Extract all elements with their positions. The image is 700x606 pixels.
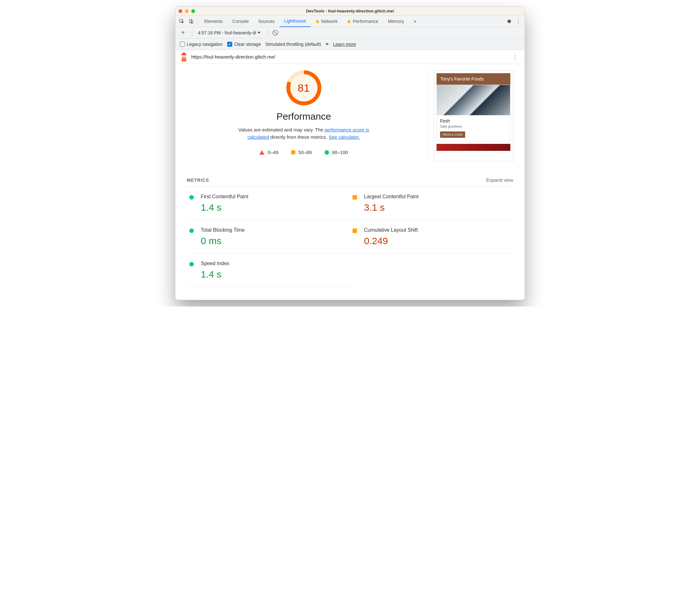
throttling-label: Simulated throttling (default)	[265, 42, 321, 47]
chevron-down-icon	[325, 43, 329, 45]
preview-card-subtitle: Salty goodness	[440, 125, 507, 128]
legend-label: 90–100	[332, 149, 348, 155]
report-menu-icon[interactable]: ⋮	[511, 52, 520, 62]
checkbox-label: Clear storage	[234, 42, 261, 47]
legacy-navigation-checkbox[interactable]: Legacy navigation	[180, 42, 223, 47]
circle-icon	[189, 195, 194, 200]
desc-text: directly from these metrics.	[269, 134, 329, 140]
clear-report-icon[interactable]	[272, 30, 278, 36]
metric-row[interactable]: Total Blocking Time0 ms	[187, 220, 350, 254]
triangle-icon	[259, 150, 264, 155]
tab-performance[interactable]: Performance	[343, 16, 383, 27]
metric-value: 0.249	[364, 235, 418, 246]
lighthouse-logo-icon	[180, 52, 187, 62]
legend-low: 0–49	[259, 149, 278, 155]
tab-label: Network	[321, 19, 338, 24]
tab-label: Memory	[388, 19, 404, 24]
metric-row[interactable]: Speed Index1.4 s	[187, 254, 350, 287]
see-calculator-link[interactable]: See calculator.	[329, 134, 360, 140]
new-report-button[interactable]: +	[178, 28, 187, 37]
metrics-grid: First Contentful Paint1.4 sLargest Conte…	[187, 187, 513, 287]
metric-row[interactable]: Cumulative Layout Shift0.249	[350, 220, 513, 254]
square-icon	[353, 229, 357, 233]
tab-overflow[interactable]	[409, 16, 421, 27]
separator	[192, 30, 192, 36]
score-summary: 81 Performance Values are estimated and …	[187, 70, 427, 161]
tab-label: Console	[232, 19, 248, 24]
tab-label: Lighthouse	[284, 19, 306, 24]
throttling-dropdown[interactable]: Simulated throttling (default)	[265, 42, 329, 47]
score-gauge[interactable]: 81	[286, 70, 321, 106]
expand-view-toggle[interactable]: Expand view	[486, 177, 513, 183]
category-title: Performance	[276, 111, 331, 122]
page-screenshot-preview: Tony's Favorite Foods Fesh Salty goodnes…	[434, 70, 513, 161]
preview-image	[437, 144, 510, 151]
legend-label: 0–49	[268, 149, 278, 155]
metric-value: 1.4 s	[201, 202, 248, 213]
tab-memory[interactable]: Memory	[383, 16, 409, 27]
window-titlebar: DevTools - foul-heavenly-direction.glitc…	[175, 7, 525, 16]
minimize-window-button[interactable]	[185, 9, 189, 13]
metric-value: 3.1 s	[364, 202, 419, 213]
circle-icon	[324, 150, 329, 155]
circle-icon	[189, 262, 194, 266]
settings-gear-icon[interactable]	[504, 17, 513, 26]
tab-lighthouse[interactable]: Lighthouse	[280, 16, 311, 27]
report-url-row: https://foul-heavenly-direction.glitch.m…	[175, 50, 525, 64]
preview-image	[437, 85, 510, 115]
lighthouse-toolbar: + 4:57:16 PM - foul-heavenly-di	[175, 27, 525, 39]
metrics-header: METRICS Expand view	[187, 177, 513, 187]
tab-elements[interactable]: Elements	[200, 16, 227, 27]
tab-label: Performance	[353, 19, 378, 24]
lighthouse-options: Legacy navigation Clear storage Simulate…	[175, 39, 525, 50]
report-url: https://foul-heavenly-direction.glitch.m…	[191, 54, 507, 60]
preview-header: Tony's Favorite Foods	[437, 73, 510, 85]
device-toolbar-icon[interactable]	[187, 17, 196, 26]
lighthouse-report: 81 Performance Values are estimated and …	[175, 64, 525, 300]
checkbox-checked-icon	[227, 42, 232, 47]
metric-value: 1.4 s	[201, 269, 230, 280]
metric-name: Largest Contentful Paint	[364, 194, 419, 200]
preview-card-title: Fesh	[440, 118, 507, 123]
report-dropdown-label: 4:57:16 PM - foul-heavenly-di	[198, 30, 256, 35]
metric-name: Total Blocking Time	[201, 227, 245, 233]
preview-card-button: PROS & CONS	[440, 132, 465, 138]
inspect-element-icon[interactable]	[177, 17, 186, 26]
score-value: 81	[290, 74, 317, 101]
metric-name: Speed Index	[201, 261, 230, 266]
metric-value: 0 ms	[201, 235, 245, 246]
chevron-right-icon	[414, 19, 416, 24]
score-legend: 0–49 50–89 90–100	[259, 149, 348, 155]
metric-name: First Contentful Paint	[201, 194, 248, 200]
kebab-menu-icon[interactable]: ⋮	[514, 17, 523, 26]
report-dropdown[interactable]: 4:57:16 PM - foul-heavenly-di	[197, 30, 263, 35]
tab-label: Sources	[258, 19, 274, 24]
legend-mid: 50–89	[291, 149, 312, 155]
warning-icon	[316, 20, 319, 23]
devtools-tabbar: ElementsConsoleSourcesLighthouseNetworkP…	[175, 16, 525, 27]
preview-card: Fesh Salty goodness PROS & CONS	[437, 85, 510, 141]
tab-network[interactable]: Network	[311, 16, 342, 27]
legend-label: 50–89	[298, 149, 312, 155]
score-description: Values are estimated and may vary. The p…	[234, 126, 374, 141]
tab-label: Elements	[204, 19, 223, 24]
warning-icon	[347, 20, 351, 23]
maximize-window-button[interactable]	[191, 9, 195, 13]
checkbox-label: Legacy navigation	[187, 42, 223, 47]
svg-rect-3	[182, 55, 185, 57]
separator	[198, 18, 198, 24]
clear-storage-checkbox[interactable]: Clear storage	[227, 42, 261, 47]
traffic-lights	[178, 9, 195, 13]
metric-row[interactable]: Largest Contentful Paint3.1 s	[350, 187, 513, 220]
learn-more-link[interactable]: Learn more	[333, 42, 356, 47]
close-window-button[interactable]	[178, 9, 182, 13]
tab-console[interactable]: Console	[228, 16, 253, 27]
circle-icon	[189, 229, 194, 233]
square-icon	[353, 195, 357, 200]
tab-sources[interactable]: Sources	[254, 16, 279, 27]
metric-row[interactable]: First Contentful Paint1.4 s	[187, 187, 350, 220]
metrics-heading: METRICS	[187, 178, 209, 183]
legend-high: 90–100	[324, 149, 348, 155]
chevron-down-icon	[258, 32, 261, 34]
metric-name: Cumulative Layout Shift	[364, 227, 418, 233]
